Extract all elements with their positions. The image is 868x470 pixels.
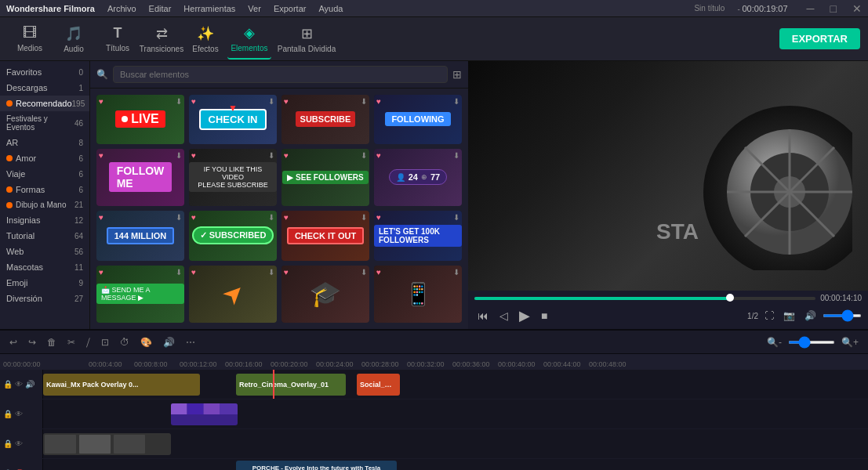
sidebar-item-amor[interactable]: Amor 6 [0,150,89,166]
element-card-subscribe[interactable]: ♥ SUBSCRIBE ⬇ Social_Media_Icons_Pac... [281,95,369,144]
sidebar-item-ar[interactable]: AR 8 [0,135,89,150]
menu-herramientas[interactable]: Herramientas [183,4,235,13]
sidebar-item-recomendado[interactable]: Recomendado 195 [0,96,89,111]
track-eye-icon[interactable]: 👁 [15,439,23,448]
track-lock-icon[interactable]: 🔒 [3,380,13,389]
sidebar-item-dibujo[interactable]: Dibujo a Mano 21 [0,197,89,212]
play-prev-button[interactable]: ◁ [496,308,511,324]
stop-button[interactable]: ■ [538,308,550,324]
element-card-100k[interactable]: ♥ LET'S GET 100K FOLLOWERS ⬇ Social_Medi… [374,211,462,261]
tool-elementos[interactable]: ◈ Elementos [227,19,271,60]
favorite-heart-icon: ♥ [376,213,381,222]
track-eye-icon[interactable]: 👁 [15,410,23,418]
element-thumb-please: ♥ IF YOU LIKE THIS VIDEOPLEASE SUBSCRIBE… [189,149,277,207]
step-back-button[interactable]: ⏮ [474,308,492,324]
tool-pantalla-dividida[interactable]: ⊞ Pantalla Dividida [271,19,342,60]
track-controls-3: 🔒 👁 [0,429,43,458]
clip-overlay2[interactable] [171,403,238,425]
element-card-message[interactable]: ♥ 📩 SEND ME A MESSAGE ▶ ⬇ Social_Media_I… [96,266,184,324]
play-button[interactable]: ▶ [516,306,533,326]
element-card-hat[interactable]: ♥ 🎓 ⬇ Social_Media_Icons_Pac... [281,266,369,324]
split-button[interactable]: ⧸ [83,335,93,349]
element-card-million[interactable]: ♥ 144 MILLION ⬇ Social_Media_Icons_Pac..… [96,211,184,261]
ruler-32s: 00:00:32:00 [407,360,445,368]
tool-audio[interactable]: 🎵 Audio [52,19,96,60]
color-button[interactable]: 🎨 [137,335,155,349]
sidebar-item-favoritos[interactable]: Favoritos 0 [0,64,89,80]
element-card-checkitout[interactable]: ♥ CHECK IT OUT ⬇ Social_Media_Icons_Pac.… [281,211,369,261]
progress-thumb[interactable] [726,294,734,302]
element-card-followme[interactable]: ♥ FOLLOWME ⬇ Social_Media_Icons_Pac... [96,149,184,207]
clip-social[interactable]: Social_Media_... [357,374,400,396]
delete-button[interactable]: 🗑 [44,335,60,349]
speed-button[interactable]: ⏱ [117,335,133,349]
sidebar-item-insignias[interactable]: Insignias 12 [0,212,89,228]
track-audio-icon[interactable]: 🔊 [25,380,35,389]
sidebar-item-web[interactable]: Web 56 [0,244,89,259]
sidebar-item-emoji[interactable]: Emoji 9 [0,275,89,291]
minimize-button[interactable]: ─ [807,2,815,15]
element-card-following[interactable]: ♥ FOLLOWING ⬇ Social_Media_Icons_Pac... [374,95,462,144]
subscribed-badge: ✓ SUBSCRIBED [192,226,274,244]
menu-editar[interactable]: Editar [149,4,172,13]
undo-button[interactable]: ↩ [6,335,20,349]
clip-kawai[interactable]: Kawai_Mx Pack Overlay 0... [43,374,200,396]
zoom-out-button[interactable]: 🔍- [764,335,785,349]
element-card-live[interactable]: ♥ LIVE ⬇ Social_Media_Icons_Pac... [96,95,184,144]
sidebar-item-viaje[interactable]: Viaje 6 [0,166,89,182]
sidebar-item-festivales[interactable]: Festivales y Eventos 46 [0,111,89,135]
tool-medios[interactable]: 🎞 Medios [8,19,52,60]
element-card-seefollowers[interactable]: ♥ ▶ SEE FOLLOWERS ⬇ Social_Media_Icons_P… [281,149,369,207]
sidebar-item-tutorial[interactable]: Tutorial 64 [0,228,89,244]
progress-bar[interactable] [474,297,815,300]
element-card-checkin[interactable]: ♥ CHECK IN ⬇ Social_Media_Icons_Pac... [189,95,277,144]
img-thumb2 [79,435,111,454]
snapshot-button[interactable]: 📷 [780,309,798,323]
element-card-arrow[interactable]: ♥ ➤ ⬇ Social_Media_Icons_Pac... [189,266,277,324]
sidebar-item-formas[interactable]: Formas 6 [0,182,89,197]
fullscreen-button[interactable]: ⛶ [761,309,777,323]
zoom-in-button[interactable]: 🔍+ [838,335,862,349]
tool-titulos[interactable]: T Títulos [96,19,140,60]
sidebar-item-mascotas[interactable]: Mascotas 11 [0,259,89,275]
menu-ayuda[interactable]: Ayuda [318,4,343,13]
grid-view-icon[interactable]: ⊞ [452,68,462,81]
element-card-followers[interactable]: ♥ 👤 24 ⊕ 77 ⬇ Social_Media_Icons_Pac... [374,149,462,207]
tool-transiciones-label: Transiciones [140,45,183,53]
ratio-display: 1/2 [747,312,758,320]
svg-text:STA: STA [656,219,699,244]
zoom-slider[interactable] [788,341,835,344]
element-card-phone[interactable]: ♥ 📱 ⬇ Social_Media_Icons_Pac... [374,266,462,324]
tool-transiciones[interactable]: ⇄ Transiciones [140,19,183,60]
maximize-button[interactable]: □ [830,2,837,15]
track-lock-icon[interactable]: 🔒 [3,439,13,448]
menu-ver[interactable]: Ver [248,4,261,13]
track-lock-icon[interactable]: 🔒 [3,410,13,418]
recomendado-label: Recomendado [16,99,72,108]
more-button[interactable]: ⋯ [183,335,198,349]
sidebar-item-descargas[interactable]: Descargas 1 [0,80,89,96]
redo-button[interactable]: ↪ [25,335,39,349]
menu-exportar[interactable]: Exportar [274,4,307,13]
cut-button[interactable]: ✂ [64,335,78,349]
tool-efectos[interactable]: ✨ Efectos [183,19,227,60]
followers-badge: 👤 24 ⊕ 77 [389,169,448,185]
element-thumb-subscribe: ♥ SUBSCRIBE ⬇ [281,95,369,144]
clip-retro[interactable]: Retro_Cinema_Overlay_01 [236,374,346,396]
clip-audio[interactable]: PORCHE - Evolve Into the future with Tes… [236,461,397,470]
menu-archivo[interactable]: Archivo [107,4,136,13]
sidebar-item-diversion[interactable]: Diversión 27 [0,291,89,306]
volume-button[interactable]: 🔊 [801,309,819,323]
track-eye-icon[interactable]: 👁 [15,380,23,389]
element-thumb-checkitout: ♥ CHECK IT OUT ⬇ [281,211,369,261]
export-button[interactable]: EXPORTAR [779,28,860,49]
audio-button[interactable]: 🔊 [160,335,178,349]
crop-button[interactable]: ⊡ [98,335,112,349]
element-card-subscribed[interactable]: ♥ ✓ SUBSCRIBED ⬇ Social_Media_Icons_Pac.… [189,211,277,261]
clip-image3[interactable] [43,433,171,455]
diversion-label: Diversión [6,294,42,303]
volume-slider[interactable] [823,314,862,317]
close-button[interactable]: ✕ [852,2,862,15]
search-input[interactable] [113,66,448,83]
element-card-please[interactable]: ♥ IF YOU LIKE THIS VIDEOPLEASE SUBSCRIBE… [189,149,277,207]
